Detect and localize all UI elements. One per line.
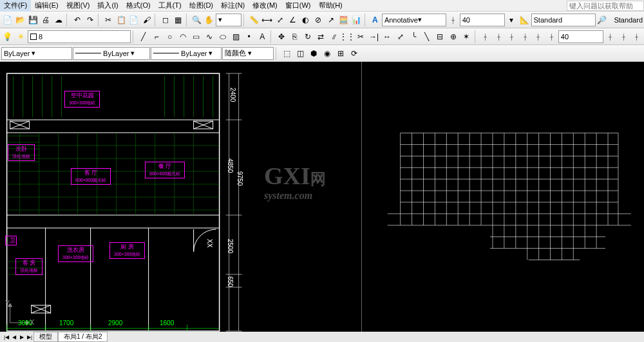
plot-style-dropdown[interactable]: 随颜色 ▾	[222, 47, 274, 60]
layer-on-icon[interactable]: 💡	[1, 30, 14, 43]
linetype-dropdown-2[interactable]: ByLayer ▾	[151, 47, 222, 60]
view3d-icon[interactable]: ◫	[294, 47, 307, 60]
circle-icon[interactable]: ○	[164, 30, 176, 43]
text2-icon[interactable]: A	[256, 30, 269, 43]
extend-icon[interactable]: →|	[368, 30, 381, 43]
scale2-icon[interactable]: ⤢	[394, 30, 407, 43]
find-icon[interactable]: 🔎	[596, 14, 609, 26]
viewport-left[interactable]: 空中花园300×300地砖 次卧强化地板 客 厅800×800抛光砖 餐 厅80…	[0, 62, 362, 332]
fillet-icon[interactable]: ╰	[407, 30, 420, 43]
dim-aligned-icon[interactable]: ⤢	[274, 14, 286, 26]
move-icon[interactable]: ✥	[275, 30, 288, 43]
table-icon[interactable]: ▦	[172, 14, 184, 26]
tab-model[interactable]: 模型	[33, 332, 58, 342]
props-icon[interactable]: 📊	[350, 14, 363, 26]
paste-icon[interactable]: 📄	[128, 14, 140, 26]
polyline-icon[interactable]: ⌐	[150, 30, 163, 43]
standard-dropdown-1[interactable]: Standard	[531, 14, 596, 26]
menu-format[interactable]: 格式(O)	[122, 0, 155, 12]
scale-input-1[interactable]: 40	[460, 14, 505, 26]
cut-icon[interactable]: ✂	[102, 14, 115, 26]
scale-input-2[interactable]: 40	[558, 30, 603, 43]
menu-dim[interactable]: 标注(N)	[217, 0, 249, 12]
lineweight-dropdown[interactable]: ByLayer ▾	[73, 47, 150, 60]
wireframe-icon[interactable]: ⊞	[334, 47, 347, 60]
tab-next-icon[interactable]: ▶	[18, 333, 26, 341]
open-file-icon[interactable]: 📂	[14, 14, 26, 26]
d1-icon[interactable]: ⟊	[479, 30, 492, 43]
menu-window[interactable]: 窗口(W)	[281, 0, 315, 12]
menu-view[interactable]: 视图(V)	[62, 0, 94, 12]
join-icon[interactable]: ⊕	[447, 30, 460, 43]
cloud-icon[interactable]: ☁	[53, 14, 65, 26]
d8-icon[interactable]: ⟊	[617, 30, 630, 43]
orbit-icon[interactable]: ⟳	[348, 47, 361, 60]
menu-insert[interactable]: 插入(I)	[93, 0, 122, 12]
line-icon[interactable]: ╱	[137, 30, 150, 43]
explode-icon[interactable]: ✶	[460, 30, 473, 43]
d9-icon[interactable]: ⟊	[630, 30, 643, 43]
d6-icon[interactable]: ⟊	[545, 30, 558, 43]
offset-icon[interactable]: ⫽	[328, 30, 341, 43]
new-file-icon[interactable]: 📄	[1, 14, 14, 26]
tab-last-icon[interactable]: ▶|	[26, 333, 33, 341]
calc-icon[interactable]: 🧮	[337, 14, 350, 26]
style-icon[interactable]: 📐	[518, 14, 531, 26]
redo-icon[interactable]: ↷	[84, 14, 96, 26]
text-icon[interactable]: A	[369, 14, 381, 26]
break-icon[interactable]: ⊟	[433, 30, 446, 43]
undo-icon[interactable]: ↶	[71, 14, 83, 26]
linetype-dropdown-1[interactable]: ByLayer ▾	[1, 47, 72, 60]
dim-style-icon[interactable]: ⟊	[447, 14, 459, 26]
pan-icon[interactable]: ✋	[204, 14, 216, 26]
array-icon[interactable]: ⋮⋮	[341, 30, 354, 43]
tab-layout[interactable]: 布局1 / 布局2	[58, 332, 108, 342]
measure-icon[interactable]: 📏	[248, 14, 260, 26]
copy-icon[interactable]: 📋	[115, 14, 128, 26]
zoom-dropdown[interactable]: ▾	[216, 14, 242, 26]
menu-edit[interactable]: 编辑(E)	[31, 0, 62, 12]
ucs-icon[interactable]: ⬚	[280, 47, 293, 60]
dropdown-arrow[interactable]: ▾	[506, 14, 518, 26]
dim-diameter-icon[interactable]: ⊘	[312, 14, 325, 26]
trim-icon[interactable]: ✂	[354, 30, 367, 43]
menu-tools[interactable]: 工具(T)	[155, 0, 185, 12]
arc-icon[interactable]: ◠	[176, 30, 189, 43]
solid-icon[interactable]: ⬢	[307, 47, 320, 60]
copy2-icon[interactable]: ⎘	[288, 30, 301, 43]
dim-linear-icon[interactable]: ⟷	[261, 14, 273, 26]
zoom-icon[interactable]: 🔍	[191, 14, 203, 26]
tab-prev-icon[interactable]: ◀	[10, 333, 18, 341]
annotation-dropdown[interactable]: Annotative ▾	[382, 14, 446, 26]
d3-icon[interactable]: ⟊	[506, 30, 518, 43]
ellipse-icon[interactable]: ⬭	[216, 30, 229, 43]
layer-selector[interactable]: 8	[28, 30, 131, 43]
hatch-icon[interactable]: ▨	[229, 30, 242, 43]
menu-file[interactable]: 文件(F)	[0, 0, 31, 12]
dim-angle-icon[interactable]: ∠	[287, 14, 299, 26]
save-icon[interactable]: 💾	[27, 14, 39, 26]
block-icon[interactable]: ◻	[159, 14, 171, 26]
mirror-icon[interactable]: ⇄	[314, 30, 327, 43]
menu-help[interactable]: 帮助(H)	[315, 0, 346, 12]
spline-icon[interactable]: ∿	[203, 30, 216, 43]
render-icon[interactable]: ◉	[321, 47, 334, 60]
match-icon[interactable]: 🖌	[140, 14, 153, 26]
tab-first-icon[interactable]: |◀	[3, 333, 10, 341]
layer-freeze-icon[interactable]: ☀	[15, 30, 28, 43]
d4-icon[interactable]: ⟊	[518, 30, 531, 43]
point-icon[interactable]: •	[243, 30, 256, 43]
dim-radius-icon[interactable]: ◐	[299, 14, 312, 26]
help-search-input[interactable]	[567, 1, 644, 11]
d5-icon[interactable]: ⟊	[532, 30, 545, 43]
menu-draw[interactable]: 绘图(D)	[185, 0, 217, 12]
menu-modify[interactable]: 修改(M)	[249, 0, 281, 12]
viewport-right[interactable]	[362, 62, 644, 332]
stretch-icon[interactable]: ↔	[381, 30, 393, 43]
rect-icon[interactable]: ▭	[190, 30, 203, 43]
chamfer-icon[interactable]: ╲	[421, 30, 433, 43]
leader-icon[interactable]: ↗	[325, 14, 337, 26]
print-icon[interactable]: 🖨	[40, 14, 52, 26]
d2-icon[interactable]: ⟊	[492, 30, 505, 43]
rotate-icon[interactable]: ↻	[301, 30, 314, 43]
